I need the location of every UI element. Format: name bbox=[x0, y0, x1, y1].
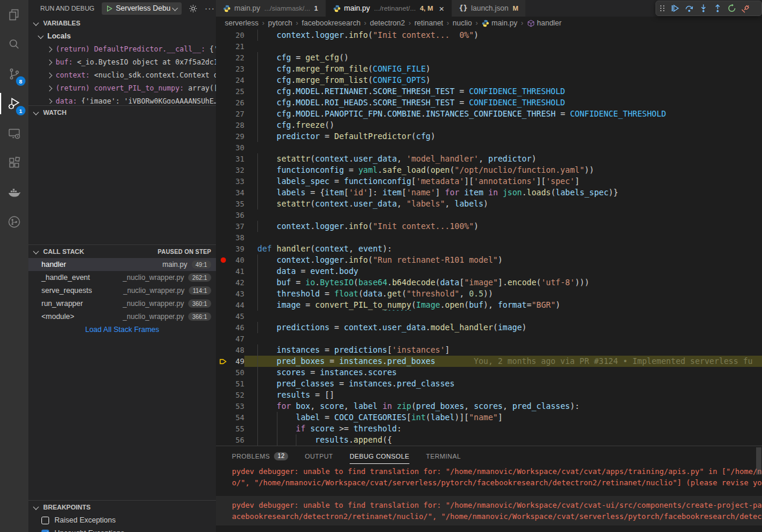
code-line[interactable]: 26 cfg.MODEL.ROI_HEADS.SCORE_THRESH_TEST… bbox=[216, 97, 762, 108]
breakpoint-gutter[interactable] bbox=[216, 120, 230, 131]
breakpoint-gutter[interactable] bbox=[216, 344, 230, 356]
code-line[interactable]: 33 labels_spec = functionconfig['metadat… bbox=[216, 176, 762, 187]
code-line[interactable]: 35 setattr(context.user_data, "labels", … bbox=[216, 198, 762, 209]
disconnect-button[interactable] bbox=[739, 1, 753, 15]
code-line[interactable]: 53 for box, score, label in zip(pred_box… bbox=[216, 401, 762, 412]
editor-tab[interactable]: {}launch.jsonM bbox=[452, 0, 526, 17]
panel-scrollbar[interactable] bbox=[756, 447, 761, 475]
search-button[interactable] bbox=[0, 30, 28, 59]
breakpoint-gutter[interactable] bbox=[216, 254, 230, 266]
breakpoint-gutter[interactable] bbox=[216, 75, 230, 86]
code-line[interactable]: 22 cfg = get_cfg() bbox=[216, 52, 762, 63]
variable-row[interactable]: (return) DefaultPredictor.__call__: {'in… bbox=[28, 43, 216, 56]
source-control-button[interactable]: 8 bbox=[0, 59, 28, 89]
step-into-button[interactable] bbox=[696, 1, 711, 15]
breakpoint-gutter[interactable] bbox=[216, 434, 230, 446]
panel-tab-problems[interactable]: PROBLEMS12 bbox=[232, 446, 288, 466]
call-stack-header[interactable]: CALL STACK PAUSED ON STEP bbox=[28, 244, 216, 258]
breakpoint-gutter[interactable] bbox=[216, 30, 230, 41]
code-line[interactable]: 52 results = [] bbox=[216, 389, 762, 401]
remote-explorer-button[interactable] bbox=[0, 118, 28, 148]
breadcrumb-item[interactable]: retinanet bbox=[414, 19, 443, 27]
breakpoint-gutter[interactable] bbox=[216, 108, 230, 120]
code-line[interactable]: 40 context.logger.info("Run retinanet-R1… bbox=[216, 254, 762, 266]
breakpoint-gutter[interactable] bbox=[216, 299, 230, 311]
code-line[interactable]: 30 bbox=[216, 142, 762, 153]
breakpoint-gutter[interactable] bbox=[216, 165, 230, 176]
breakpoint-gutter[interactable] bbox=[216, 209, 230, 221]
breadcrumb-item[interactable]: detectron2 bbox=[370, 19, 405, 27]
variables-header[interactable]: VARIABLES bbox=[28, 17, 216, 30]
breakpoint-gutter[interactable] bbox=[216, 187, 230, 198]
breakpoint-gutter[interactable] bbox=[216, 356, 230, 367]
breadcrumb-item[interactable]: facebookresearch bbox=[302, 19, 360, 27]
console-message[interactable]: pydev debugger: unable to find translati… bbox=[216, 496, 762, 525]
continue-button[interactable] bbox=[668, 1, 682, 15]
breakpoint-gutter[interactable] bbox=[216, 131, 230, 142]
breakpoint-gutter[interactable] bbox=[216, 333, 230, 344]
restart-button[interactable] bbox=[725, 1, 739, 15]
load-all-stack-frames-link[interactable]: Load All Stack Frames bbox=[28, 323, 216, 336]
breakpoint-gutter[interactable] bbox=[216, 232, 230, 243]
breakpoint-gutter[interactable] bbox=[216, 86, 230, 97]
more-actions-button[interactable]: ··· bbox=[205, 4, 215, 13]
code-line[interactable]: 38 bbox=[216, 232, 762, 243]
extensions-button[interactable] bbox=[0, 148, 28, 178]
breadcrumb-item[interactable]: handler bbox=[527, 19, 562, 27]
toolbar-drag-handle[interactable] bbox=[660, 5, 665, 11]
code-line[interactable]: 32 functionconfig = yaml.safe_load(open(… bbox=[216, 165, 762, 176]
code-line[interactable]: 43 threshold = float(data.get("threshold… bbox=[216, 288, 762, 299]
call-stack-frame[interactable]: <module>_nuclio_wrapper.py366:1 bbox=[28, 310, 216, 323]
breakpoint-gutter[interactable] bbox=[216, 41, 230, 52]
breadcrumb-item[interactable]: nuclio bbox=[453, 19, 472, 27]
code-line[interactable]: 21 bbox=[216, 41, 762, 52]
breakpoint-gutter[interactable] bbox=[216, 63, 230, 75]
call-stack-frame[interactable]: run_wrapper_nuclio_wrapper.py360:1 bbox=[28, 297, 216, 310]
breakpoint-gutter[interactable] bbox=[216, 412, 230, 423]
breadcrumb-item[interactable]: serverless bbox=[225, 19, 259, 27]
step-out-button[interactable] bbox=[711, 1, 725, 15]
code-line[interactable]: 27 cfg.MODEL.PANOPTIC_FPN.COMBINE.INSTAN… bbox=[216, 108, 762, 120]
breakpoint-gutter[interactable] bbox=[216, 378, 230, 389]
breakpoint-gutter[interactable] bbox=[216, 423, 230, 434]
code-line[interactable]: 37 context.logger.info("Init context...1… bbox=[216, 221, 762, 232]
code-line[interactable]: 44 image = convert_PIL_to_numpy(Image.op… bbox=[216, 299, 762, 311]
breakpoint-gutter[interactable] bbox=[216, 401, 230, 412]
code-line[interactable]: 45 bbox=[216, 311, 762, 322]
docker-button[interactable] bbox=[0, 178, 28, 207]
breakpoint-gutter[interactable] bbox=[216, 176, 230, 187]
code-line[interactable]: 51 pred_classes = instances.pred_classes bbox=[216, 378, 762, 389]
code-line[interactable]: 36 bbox=[216, 209, 762, 221]
code-line[interactable]: 49 pred_boxes = instances.pred_boxesYou,… bbox=[216, 356, 762, 367]
code-line[interactable]: 20 context.logger.info("Init context... … bbox=[216, 30, 762, 41]
locals-scope[interactable]: Locals bbox=[28, 30, 216, 43]
launch-config-dropdown[interactable]: Serverless Debu bbox=[102, 2, 182, 15]
breakpoint-gutter[interactable] bbox=[216, 243, 230, 254]
panel-tab-debug-console[interactable]: DEBUG CONSOLE bbox=[350, 446, 409, 466]
code-line[interactable]: 47 bbox=[216, 333, 762, 344]
breakpoint-gutter[interactable] bbox=[216, 288, 230, 299]
variable-row[interactable]: context: <nuclio_sdk.context.Context obj… bbox=[28, 69, 216, 82]
panel-tab-terminal[interactable]: TERMINAL bbox=[426, 446, 461, 466]
code-line[interactable]: 23 cfg.merge_from_file(CONFIG_FILE) bbox=[216, 63, 762, 75]
breakpoint-gutter[interactable] bbox=[216, 389, 230, 401]
breakpoint-row[interactable]: Uncaught Exceptions bbox=[28, 527, 216, 532]
code-line[interactable]: 50 scores = instances.scores bbox=[216, 367, 762, 378]
code-line[interactable]: 42 buf = io.BytesIO(base64.b64decode(dat… bbox=[216, 277, 762, 288]
editor-tab[interactable]: main.py.../siammask/...1 bbox=[216, 0, 326, 17]
code-line[interactable]: 39def handler(context, event): bbox=[216, 243, 762, 254]
breakpoint-checkbox[interactable] bbox=[41, 530, 49, 532]
variable-row[interactable]: buf: <_io.BytesIO object at 0x7f5a2dc1ec… bbox=[28, 56, 216, 69]
breadcrumb-item[interactable]: main.py bbox=[482, 19, 518, 27]
code-line[interactable]: 25 cfg.MODEL.RETINANET.SCORE_THRESH_TEST… bbox=[216, 86, 762, 97]
breakpoint-gutter[interactable] bbox=[216, 52, 230, 63]
breakpoint-gutter[interactable] bbox=[216, 153, 230, 165]
code-line[interactable]: 56 results.append({ bbox=[216, 434, 762, 446]
breakpoint-gutter[interactable] bbox=[216, 277, 230, 288]
code-line[interactable]: 55 if score >= threshold: bbox=[216, 423, 762, 434]
breakpoint-gutter[interactable] bbox=[216, 142, 230, 153]
breakpoint-gutter[interactable] bbox=[216, 322, 230, 333]
code-line[interactable]: 48 instances = predictions['instances'] bbox=[216, 344, 762, 356]
variable-row[interactable]: data: {'image': 'iVBORw0KGgoAAAANSUhE… bbox=[28, 95, 216, 104]
code-line[interactable]: 31 setattr(context.user_data, 'model_han… bbox=[216, 153, 762, 165]
